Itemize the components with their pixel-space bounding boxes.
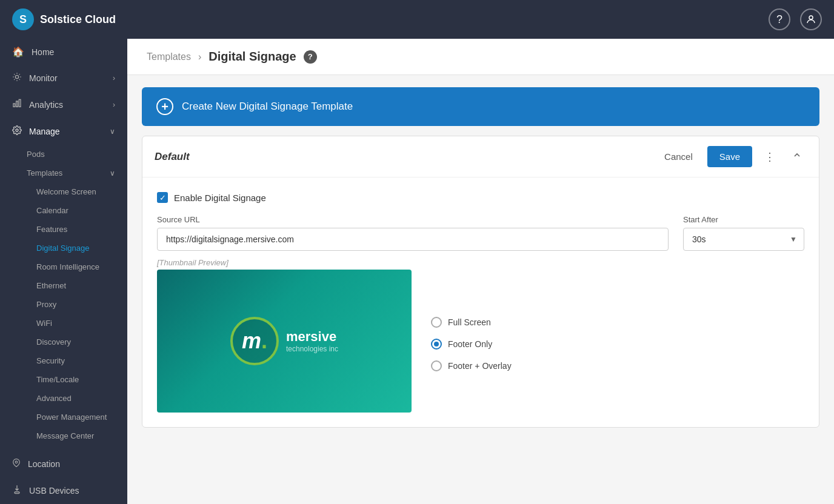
sidebar-item-analytics[interactable]: Analytics ›: [0, 91, 127, 118]
breadcrumb: Templates › Digital Signage ?: [127, 39, 834, 75]
thumbnail-label: [Thumbnail Preview]: [157, 258, 412, 267]
sidebar-sub-item-power-management[interactable]: Power Management: [0, 408, 127, 426]
templates-chevron-icon: ∨: [110, 169, 115, 177]
mersive-logo: m . mersive technologies inc: [230, 317, 338, 365]
start-after-select[interactable]: 10s 20s 30s 45s 60s: [683, 228, 804, 251]
sidebar-sub-item-security[interactable]: Security: [0, 351, 127, 370]
sidebar-item-location[interactable]: Location: [0, 451, 127, 477]
create-banner[interactable]: + Create New Digital Signage Template: [142, 87, 819, 126]
svg-point-0: [809, 16, 813, 19]
cancel-button[interactable]: Cancel: [657, 147, 700, 167]
radio-footer-only-btn[interactable]: [431, 339, 442, 350]
mersive-name: mersive: [286, 329, 338, 345]
manage-chevron-icon: ∨: [110, 127, 115, 136]
sidebar-label-home: Home: [32, 47, 54, 57]
sidebar-sub-item-pods[interactable]: Pods: [0, 145, 127, 164]
start-after-select-wrapper: 10s 20s 30s 45s 60s ▼: [683, 228, 804, 251]
sidebar-label-manage: Manage: [29, 127, 60, 136]
svg-rect-4: [19, 99, 21, 107]
sidebar-item-manage[interactable]: Manage ∨: [0, 118, 127, 145]
location-icon: [12, 458, 21, 470]
save-button[interactable]: Save: [707, 146, 752, 167]
breadcrumb-parent[interactable]: Templates: [147, 51, 191, 62]
create-banner-label: Create New Digital Signage Template: [182, 101, 353, 113]
radio-footer-only[interactable]: Footer Only: [431, 339, 512, 350]
user-button[interactable]: [800, 8, 822, 30]
enable-label: Enable Digital Signage: [174, 193, 266, 203]
start-after-label: Start After: [683, 215, 804, 224]
app-logo: S Solstice Cloud: [12, 8, 116, 30]
more-options-button[interactable]: ⋮: [759, 148, 780, 166]
breadcrumb-current: Digital Signage: [208, 50, 296, 64]
analytics-icon: [12, 99, 22, 111]
radio-full-screen-btn[interactable]: [431, 317, 442, 328]
svg-rect-2: [13, 104, 15, 107]
sidebar-sub-item-room-intelligence[interactable]: Room Intelligence: [0, 257, 127, 276]
sidebar-sub-item-calendar[interactable]: Calendar: [0, 201, 127, 220]
sidebar: 🏠 Home Monitor › Analytics › Manage ∨ Po…: [0, 39, 127, 504]
radio-options: Full Screen Footer Only Footer + Overlay: [431, 258, 512, 413]
mersive-text: mersive technologies inc: [286, 329, 338, 353]
thumbnail-preview: m . mersive technologies inc: [157, 270, 412, 413]
manage-icon: [12, 125, 22, 138]
radio-footer-overlay-btn[interactable]: [431, 360, 442, 371]
source-url-group: Source URL: [157, 215, 669, 251]
breadcrumb-help-icon[interactable]: ?: [304, 50, 317, 64]
sidebar-item-usb-devices[interactable]: USB Devices: [0, 477, 127, 504]
radio-footer-overlay-label: Footer + Overlay: [448, 361, 512, 371]
template-header-actions: Cancel Save ⋮: [657, 146, 807, 167]
breadcrumb-separator: ›: [198, 51, 201, 62]
sidebar-sub-item-digital-signage[interactable]: Digital Signage: [0, 239, 127, 257]
sidebar-sub-item-proxy[interactable]: Proxy: [0, 295, 127, 314]
start-after-group: Start After 10s 20s 30s 45s 60s ▼: [683, 215, 804, 251]
preview-section: [Thumbnail Preview] m . mersive te: [157, 258, 804, 413]
radio-full-screen[interactable]: Full Screen: [431, 317, 512, 328]
svg-point-1: [15, 75, 18, 78]
enable-row: ✓ Enable Digital Signage: [157, 192, 804, 203]
template-card-header: Default Cancel Save ⋮: [142, 136, 819, 177]
sidebar-sub-item-advanced[interactable]: Advanced: [0, 389, 127, 408]
main-layout: 🏠 Home Monitor › Analytics › Manage ∨ Po…: [0, 39, 834, 504]
mersive-sub: technologies inc: [286, 345, 338, 353]
enable-checkbox[interactable]: ✓: [157, 192, 168, 203]
thumbnail-column: [Thumbnail Preview] m . mersive te: [157, 258, 412, 413]
app-name: Solstice Cloud: [40, 13, 116, 26]
sidebar-sub-item-features[interactable]: Features: [0, 220, 127, 239]
url-form-row: Source URL Start After 10s 20s 30s 45s 6…: [157, 215, 804, 251]
source-url-input[interactable]: [157, 228, 669, 251]
content-area: Templates › Digital Signage ? + Create N…: [127, 39, 834, 504]
sidebar-label-monitor: Monitor: [29, 73, 58, 83]
topbar-actions: ?: [769, 8, 822, 30]
sidebar-sub-item-templates[interactable]: Templates ∨: [0, 164, 127, 182]
sidebar-label-location: Location: [28, 459, 60, 469]
help-button[interactable]: ?: [769, 8, 790, 30]
svg-point-6: [15, 461, 18, 463]
sidebar-label-usb-devices: USB Devices: [29, 486, 79, 496]
sidebar-sub-item-welcome-screen[interactable]: Welcome Screen: [0, 182, 127, 201]
sidebar-sub-item-time-locale[interactable]: Time/Locale: [0, 370, 127, 389]
template-name: Default: [155, 151, 190, 163]
radio-full-screen-label: Full Screen: [448, 317, 491, 327]
sidebar-sub-item-message-center[interactable]: Message Center: [0, 426, 127, 445]
collapse-button[interactable]: [787, 148, 807, 165]
monitor-icon: [12, 72, 22, 84]
logo-icon: S: [12, 8, 34, 30]
analytics-chevron-icon: ›: [113, 101, 115, 109]
radio-footer-overlay[interactable]: Footer + Overlay: [431, 360, 512, 371]
sidebar-sub-item-discovery[interactable]: Discovery: [0, 333, 127, 351]
sidebar-label-analytics: Analytics: [29, 100, 63, 110]
radio-footer-only-label: Footer Only: [448, 339, 492, 349]
sidebar-item-home[interactable]: 🏠 Home: [0, 39, 127, 65]
svg-rect-3: [16, 101, 18, 107]
create-plus-icon: +: [156, 98, 173, 115]
sidebar-sub-item-ethernet[interactable]: Ethernet: [0, 276, 127, 295]
sidebar-sub-item-wifi[interactable]: WiFi: [0, 314, 127, 333]
template-body: ✓ Enable Digital Signage Source URL Star…: [142, 177, 819, 427]
mersive-circle-icon: m .: [230, 317, 279, 365]
topbar: S Solstice Cloud ?: [0, 0, 834, 39]
home-icon: 🏠: [12, 46, 24, 58]
svg-point-5: [16, 129, 18, 131]
usb-icon: [12, 485, 22, 497]
source-url-label: Source URL: [157, 215, 669, 224]
sidebar-item-monitor[interactable]: Monitor ›: [0, 65, 127, 91]
